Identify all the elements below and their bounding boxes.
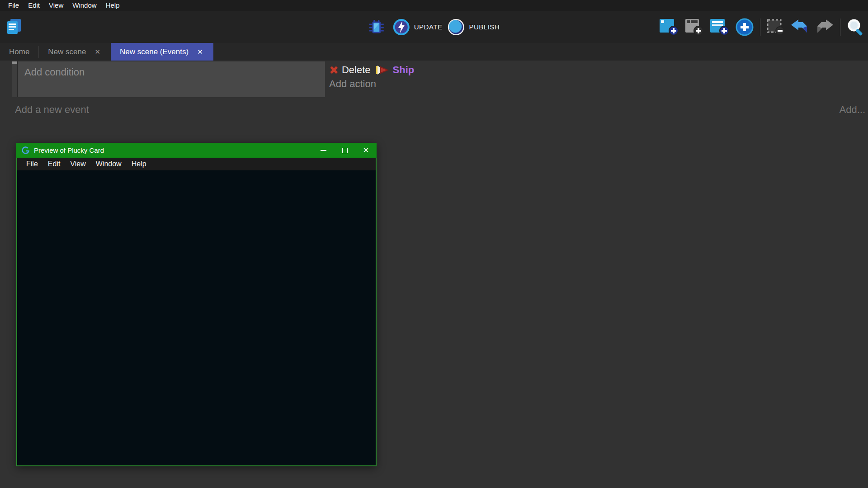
tab-new-scene-events-label: New scene (Events): [120, 47, 189, 56]
delete-cross-icon: ✖: [329, 65, 339, 76]
event-conditions-column: Add condition: [18, 61, 325, 97]
app-menubar: File Edit View Window Help: [0, 0, 868, 11]
choose-and-add-event-icon[interactable]: [735, 18, 754, 37]
update-button[interactable]: UPDATE: [393, 19, 443, 36]
publish-button[interactable]: PUBLISH: [447, 18, 500, 36]
tab-new-scene-events[interactable]: New scene (Events) ✕: [111, 43, 213, 61]
tab-close-icon[interactable]: ✕: [196, 47, 204, 56]
publish-label: PUBLISH: [469, 23, 500, 31]
preview-game-canvas[interactable]: [16, 170, 377, 466]
tab-home-label: Home: [9, 47, 29, 56]
event-drag-handle[interactable]: [12, 61, 18, 97]
preview-menu-edit[interactable]: Edit: [43, 160, 66, 168]
publish-globe-icon: [447, 18, 465, 36]
update-label: UPDATE: [414, 23, 443, 31]
preview-menu-help[interactable]: Help: [127, 160, 151, 168]
tab-new-scene[interactable]: New scene ✕: [39, 43, 111, 61]
action-object-label: Ship: [393, 64, 415, 76]
tab-close-icon[interactable]: ✕: [93, 47, 102, 56]
preview-window: Preview of Plucky Card ✕ File Edit View …: [16, 143, 377, 466]
add-action-placeholder[interactable]: Add action: [329, 78, 376, 89]
toolbar-separator: [760, 19, 760, 36]
action-instruction[interactable]: ✖ Delete Ship: [329, 63, 868, 77]
minimize-icon: [321, 150, 326, 151]
add-condition-placeholder[interactable]: Add condition: [24, 66, 85, 78]
menu-view[interactable]: View: [44, 0, 68, 11]
add-action-row: Add action: [329, 78, 868, 90]
add-new-event-link[interactable]: Add a new event: [15, 104, 89, 116]
events-sheet: Add condition ✖ Delete Ship Add action: [0, 61, 868, 488]
tab-home[interactable]: Home: [0, 43, 38, 61]
gdevelop-logo-icon: [22, 146, 30, 155]
preview-menu-file[interactable]: File: [21, 160, 43, 168]
preview-menu-window[interactable]: Window: [91, 160, 127, 168]
maximize-button[interactable]: [334, 143, 355, 158]
event-row: Add condition ✖ Delete Ship Add action: [12, 61, 868, 97]
add-sub-event-icon[interactable]: [684, 18, 703, 36]
tab-new-scene-label: New scene: [48, 47, 86, 56]
preview-window-title: Preview of Plucky Card: [34, 146, 104, 154]
add-more-button[interactable]: Add...: [840, 104, 865, 116]
preview-menu-view[interactable]: View: [65, 160, 90, 168]
project-manager-icon[interactable]: [5, 18, 23, 35]
update-lightning-icon: [393, 19, 410, 36]
main-toolbar: UPDATE PUBLISH: [0, 11, 868, 43]
ship-object-thumbnail-icon: [376, 65, 390, 75]
search-icon[interactable]: [846, 18, 864, 36]
menu-help[interactable]: Help: [101, 0, 124, 11]
preview-window-controls: ✕: [313, 143, 377, 158]
menu-edit[interactable]: Edit: [24, 0, 44, 11]
preview-titlebar[interactable]: Preview of Plucky Card ✕: [16, 143, 377, 158]
toolbar-separator: [840, 19, 840, 36]
close-button[interactable]: ✕: [355, 143, 377, 158]
add-event-icon[interactable]: [659, 18, 679, 36]
action-verb-label: Delete: [342, 64, 371, 76]
menu-file[interactable]: File: [4, 0, 24, 11]
debugger-icon[interactable]: [368, 19, 385, 35]
undo-icon[interactable]: [790, 19, 809, 35]
menu-window[interactable]: Window: [68, 0, 101, 11]
add-new-event-row: Add a new event Add...: [15, 104, 865, 116]
minimize-button[interactable]: [313, 143, 334, 158]
delete-selection-icon[interactable]: [766, 19, 784, 36]
editor-tabbar: Home New scene ✕ New scene (Events) ✕: [0, 43, 868, 61]
preview-menubar: File Edit View Window Help: [16, 158, 377, 170]
maximize-icon: [342, 148, 348, 153]
redo-icon[interactable]: [815, 19, 834, 35]
add-comment-icon[interactable]: [709, 18, 729, 36]
event-actions-column: ✖ Delete Ship Add action: [325, 61, 868, 97]
